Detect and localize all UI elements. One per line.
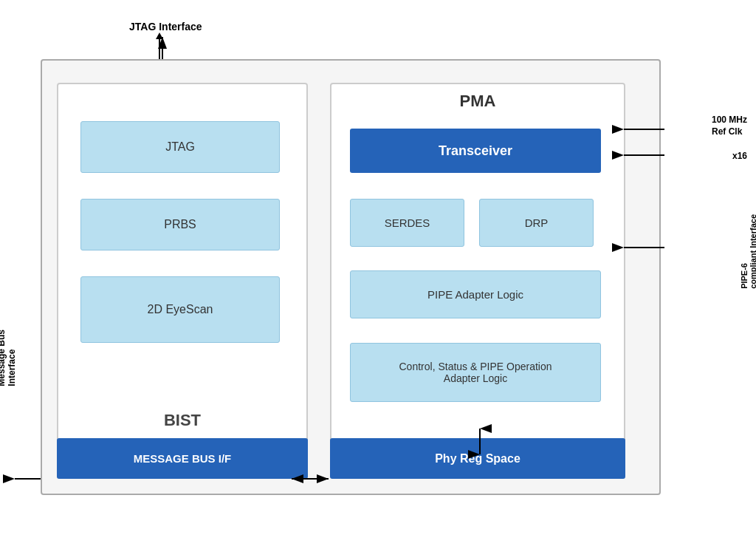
jtag-interface-label: JTAG Interface: [129, 21, 202, 33]
bist-label: BIST: [58, 411, 306, 430]
eyescan-block: 2D EyeScan: [80, 276, 280, 343]
pma-box: PMA Transceiver SERDES DRP PIPE Adapter …: [330, 83, 625, 445]
outer-box: JTAG PRBS 2D EyeScan BIST PMA Transceive…: [41, 59, 661, 495]
pipe6-label: PIPE-6compliant Interface: [740, 214, 756, 289]
message-bus-block: MESSAGE BUS I/F: [57, 438, 308, 479]
pma-label: PMA: [331, 92, 624, 111]
transceiver-block: Transceiver: [350, 129, 601, 173]
bist-box: JTAG PRBS 2D EyeScan BIST: [57, 83, 308, 445]
jtag-block: JTAG: [80, 121, 280, 173]
drp-block: DRP: [479, 199, 594, 247]
control-status-text: Control, Status & PIPE OperationAdapter …: [399, 361, 552, 384]
phy-reg-block: Phy Reg Space: [330, 438, 625, 479]
prbs-block: PRBS: [80, 199, 280, 250]
x16-label: x16: [732, 151, 747, 161]
refclk-label: 100 MHzRef Clk: [712, 115, 747, 137]
msgbus-interface-label: Message BusInterface: [0, 330, 17, 386]
pipe-adapter-block: PIPE Adapter Logic: [350, 270, 601, 318]
diagram-container: JTAG Interface JTAG PRBS 2D EyeScan BIST…: [0, 0, 756, 549]
control-status-block: Control, Status & PIPE OperationAdapter …: [350, 343, 601, 402]
serdes-block: SERDES: [350, 199, 464, 247]
jtag-arrowhead: [156, 33, 163, 39]
